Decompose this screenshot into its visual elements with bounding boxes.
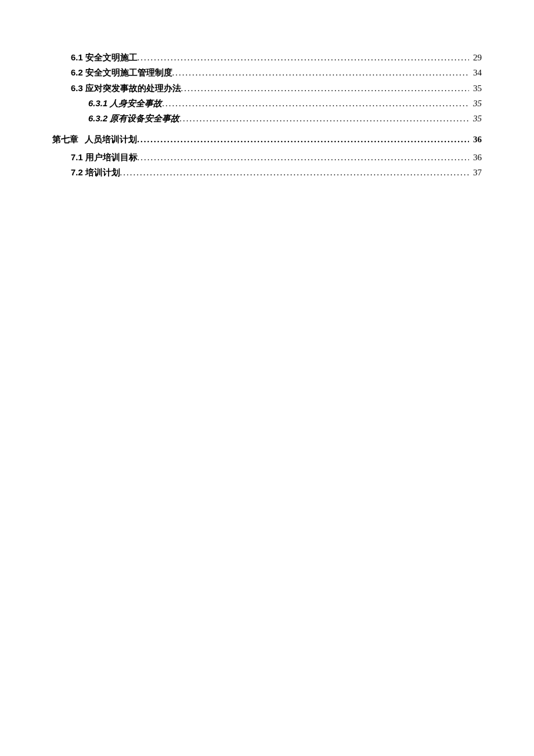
toc-entry-page: 36 <box>469 132 482 147</box>
toc-dot-leader <box>172 65 469 80</box>
toc-entry-label: 第七章 人员培训计划 <box>52 132 137 147</box>
toc-entry: 6.3.1 人身安全事故 35 <box>52 96 482 111</box>
toc-entry-label: 7.2 培训计划 <box>71 165 120 180</box>
toc-chapter-entry: 第七章 人员培训计划 36 <box>52 132 482 147</box>
toc-entry: 6.3.2 原有设备安全事故 35 <box>52 111 482 126</box>
toc-entry-page: 35 <box>469 111 482 126</box>
toc-dot-leader <box>138 150 469 165</box>
toc-entry-page: 35 <box>469 81 482 96</box>
toc-entry-label: 7.1 用户培训目标 <box>71 150 138 165</box>
toc-entry-label: 6.3 应对突发事故的处理办法 <box>71 81 181 96</box>
toc-entry-page: 35 <box>469 96 482 111</box>
table-of-contents: 6.1 安全文明施工 29 6.2 安全文明施工管理制度 34 6.3 应对突发… <box>52 50 482 180</box>
toc-dot-leader <box>138 50 469 65</box>
toc-entry: 6.1 安全文明施工 29 <box>52 50 482 65</box>
toc-dot-leader <box>162 96 469 111</box>
toc-entry-page: 34 <box>469 65 482 80</box>
toc-dot-leader <box>137 132 469 147</box>
toc-entry-label: 6.1 安全文明施工 <box>71 50 138 65</box>
toc-entry-page: 29 <box>469 50 482 65</box>
toc-entry: 6.2 安全文明施工管理制度 34 <box>52 65 482 80</box>
toc-entry-page: 36 <box>469 150 482 165</box>
toc-entry: 7.2 培训计划 37 <box>52 165 482 180</box>
toc-entry-label: 6.2 安全文明施工管理制度 <box>71 65 172 80</box>
toc-dot-leader <box>120 165 469 180</box>
toc-entry-label: 6.3.2 原有设备安全事故 <box>88 111 179 126</box>
toc-dot-leader <box>181 81 469 96</box>
toc-entry-label: 6.3.1 人身安全事故 <box>88 96 162 111</box>
toc-entry-page: 37 <box>469 165 482 180</box>
toc-dot-leader <box>179 111 469 126</box>
toc-entry: 7.1 用户培训目标 36 <box>52 150 482 165</box>
toc-entry: 6.3 应对突发事故的处理办法 35 <box>52 81 482 96</box>
